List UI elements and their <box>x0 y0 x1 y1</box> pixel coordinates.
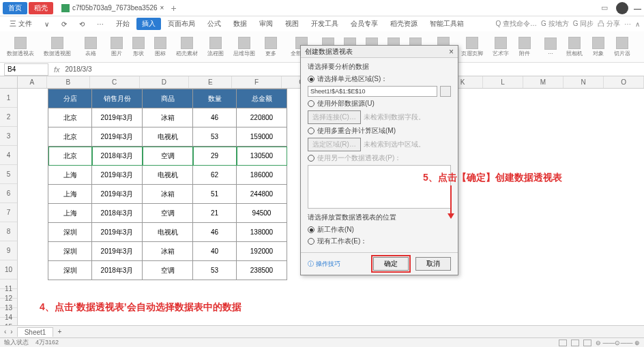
ribbon-button[interactable]: 稻壳素材 <box>173 37 201 57</box>
column-header[interactable]: D <box>140 76 190 88</box>
column-header[interactable]: E <box>189 76 232 88</box>
table-cell[interactable]: 2019年3月 <box>92 223 143 242</box>
close-icon[interactable]: × <box>449 47 454 57</box>
row-header[interactable]: 9 <box>0 241 17 260</box>
docer-tab[interactable]: 稻壳 <box>29 2 53 14</box>
table-cell[interactable]: 238500 <box>237 261 287 280</box>
table-cell[interactable]: 46 <box>193 108 237 127</box>
row-header[interactable]: 1 <box>0 89 17 108</box>
menu-right-item[interactable]: ⋯ <box>624 20 631 28</box>
menu-item[interactable]: ⟲ <box>74 19 90 29</box>
table-cell[interactable]: 冰箱 <box>143 185 193 204</box>
column-header[interactable]: L <box>483 76 523 88</box>
row-header[interactable]: 11 <box>0 280 17 289</box>
table-cell[interactable]: 2018年3月 <box>92 204 143 223</box>
column-header[interactable]: M <box>523 76 564 88</box>
table-cell[interactable]: 53 <box>193 261 237 280</box>
table-cell[interactable]: 上海 <box>48 204 92 223</box>
ribbon-button[interactable]: 切片器 <box>611 37 633 57</box>
range-picker-icon[interactable] <box>440 86 451 97</box>
cancel-button[interactable]: 取消 <box>415 257 451 271</box>
table-cell[interactable]: 94500 <box>237 204 287 223</box>
table-row[interactable]: 北京2018年3月空调29130500 <box>48 147 287 166</box>
table-cell[interactable]: 2019年3月 <box>92 166 143 185</box>
table-cell[interactable]: 深圳 <box>48 223 92 242</box>
table-cell[interactable]: 北京 <box>48 127 92 147</box>
menu-item[interactable]: 审阅 <box>254 18 278 30</box>
row-header[interactable]: 12 <box>0 289 17 299</box>
table-header[interactable]: 总金额 <box>237 89 287 108</box>
table-cell[interactable]: 2019年3月 <box>92 108 143 127</box>
menu-item[interactable]: 三 文件 <box>4 18 38 30</box>
table-cell[interactable]: 192000 <box>237 242 287 261</box>
ribbon-button[interactable]: 表格 <box>82 37 100 57</box>
file-tab[interactable]: c7f05b703a9_7673bea3526 × <box>61 4 164 12</box>
row-header[interactable]: 2 <box>0 108 17 127</box>
row-header[interactable]: 10 <box>0 260 17 280</box>
menu-item[interactable]: ⋯ <box>91 19 109 29</box>
fx-icon[interactable]: fx <box>54 65 60 74</box>
menu-item[interactable]: 智能工具箱 <box>424 18 469 30</box>
table-cell[interactable]: 空调 <box>143 147 193 166</box>
zoom-slider[interactable]: ⊖ ——⊙—— ⊕ <box>596 340 640 346</box>
minimize-icon[interactable]: — <box>634 4 641 12</box>
table-cell[interactable]: 62 <box>193 166 237 185</box>
table-row[interactable]: 上海2019年3月冰箱51244800 <box>48 185 287 204</box>
table-header[interactable]: 数量 <box>193 89 237 108</box>
ribbon-button[interactable]: 艺术字 <box>490 37 512 57</box>
table-row[interactable]: 上海2019年3月电视机62186000 <box>48 166 287 185</box>
ribbon-button[interactable]: 形状 <box>130 37 147 57</box>
table-cell[interactable]: 159000 <box>237 127 287 147</box>
table-cell[interactable]: 深圳 <box>48 242 92 261</box>
column-header[interactable]: A <box>18 76 47 88</box>
close-file-icon[interactable]: × <box>160 4 164 12</box>
table-cell[interactable]: 电视机 <box>143 166 193 185</box>
row-header[interactable]: 6 <box>0 184 17 203</box>
menu-right-item[interactable]: G 同步 <box>573 19 594 29</box>
radio-select-range[interactable] <box>308 76 314 82</box>
table-cell[interactable]: 2019年3月 <box>92 242 143 261</box>
menu-right-item[interactable]: Q 查找命令… <box>496 19 538 29</box>
prev-sheet-icon[interactable]: ‹ <box>4 328 6 335</box>
table-row[interactable]: 深圳2018年3月空调53238500 <box>48 261 287 280</box>
dialog-titlebar[interactable]: 创建数据透视表 × <box>301 46 458 58</box>
column-header[interactable]: O <box>604 76 644 88</box>
view-break-icon[interactable] <box>583 340 591 346</box>
home-tab[interactable]: 首页 <box>3 2 27 14</box>
table-row[interactable]: 北京2019年3月冰箱46220800 <box>48 108 287 127</box>
table-row[interactable]: 深圳2019年3月冰箱40192000 <box>48 242 287 261</box>
table-header[interactable]: 分店 <box>48 89 92 108</box>
data-table[interactable]: 分店销售月份商品数量总金额 北京2019年3月冰箱46220800北京2019年… <box>48 89 287 280</box>
column-header[interactable]: B <box>47 76 90 88</box>
view-page-icon[interactable] <box>571 340 579 346</box>
column-header[interactable]: C <box>90 76 140 88</box>
radio-external-source[interactable] <box>308 100 314 107</box>
table-cell[interactable]: 29 <box>193 147 237 166</box>
table-cell[interactable]: 40 <box>193 242 237 261</box>
menu-item[interactable]: 插入 <box>136 18 161 30</box>
table-cell[interactable]: 冰箱 <box>143 242 193 261</box>
table-row[interactable]: 北京2019年3月电视机53159000 <box>48 127 287 147</box>
row-header[interactable]: 8 <box>0 222 17 241</box>
table-cell[interactable]: 2018年3月 <box>92 147 143 166</box>
menu-item[interactable]: ⟳ <box>56 19 72 29</box>
table-cell[interactable]: 上海 <box>48 166 92 185</box>
new-tab-button[interactable]: + <box>171 3 176 14</box>
table-header[interactable]: 商品 <box>143 89 193 108</box>
table-cell[interactable]: 2019年3月 <box>92 127 143 147</box>
table-cell[interactable]: 21 <box>193 204 237 223</box>
ribbon-button[interactable]: 图标 <box>151 37 169 57</box>
view-normal-icon[interactable] <box>559 340 567 346</box>
menu-item[interactable]: 开发工具 <box>306 18 344 30</box>
avatar[interactable] <box>616 2 628 14</box>
row-header[interactable]: 3 <box>0 127 17 146</box>
table-cell[interactable]: 北京 <box>48 108 92 127</box>
row-header[interactable]: 7 <box>0 203 17 222</box>
menu-item[interactable]: 会员专享 <box>345 18 383 30</box>
table-cell[interactable]: 北京 <box>48 147 92 166</box>
menu-right-item[interactable]: 凸 分享 <box>598 19 620 29</box>
column-header[interactable]: F <box>232 76 282 88</box>
radio-new-sheet[interactable] <box>308 226 314 233</box>
radio-existing-sheet[interactable] <box>308 238 314 245</box>
ribbon-button[interactable]: 更多 <box>262 37 280 57</box>
